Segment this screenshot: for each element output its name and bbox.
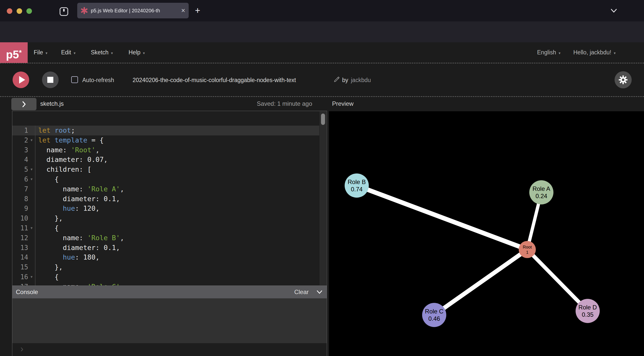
chevron-down-icon: ▾ xyxy=(74,51,76,55)
fold-spacer xyxy=(28,253,35,262)
node-root[interactable]: Root1 xyxy=(519,241,536,258)
code-text: diameter: 0.1, xyxy=(35,243,319,253)
stop-button[interactable] xyxy=(42,72,59,88)
node-role-a[interactable]: Role A0.24 xyxy=(529,180,553,204)
by-label: by xyxy=(342,77,348,84)
line-number: 16 xyxy=(12,272,28,282)
editor-scrollbar-thumb[interactable] xyxy=(321,114,325,125)
settings-button[interactable] xyxy=(615,71,632,88)
sidebar-collapse-button[interactable] xyxy=(11,98,36,110)
language-selector[interactable]: English▾ xyxy=(537,49,560,56)
saved-status: Saved: 1 minute ago xyxy=(211,100,312,107)
svg-text:Role D: Role D xyxy=(578,304,597,311)
code-line-11[interactable]: 11▼ { xyxy=(12,223,319,233)
play-icon xyxy=(19,76,25,84)
firefox-view-icon[interactable] xyxy=(60,7,68,16)
menu-file[interactable]: File▾ xyxy=(34,49,48,56)
menu-help[interactable]: Help▾ xyxy=(129,49,145,56)
browser-titlebar: p5.js Web Editor | 20240206-th × + xyxy=(0,0,644,21)
fold-arrow-icon[interactable]: ▼ xyxy=(28,135,35,145)
fold-arrow-icon[interactable]: ▼ xyxy=(28,223,35,233)
line-number: 2 xyxy=(12,135,28,145)
code-line-17[interactable]: 17 name: 'Role C', xyxy=(12,282,319,286)
code-text: }, xyxy=(35,262,319,272)
fold-arrow-icon[interactable]: ▼ xyxy=(28,174,35,184)
fold-spacer xyxy=(28,194,35,204)
code-line-13[interactable]: 13 diameter: 0.1, xyxy=(12,243,319,253)
code-text: let root; xyxy=(35,126,319,135)
code-line-2[interactable]: 2▼let template = { xyxy=(12,135,319,145)
account-menu[interactable]: Hello, jackbdu!▾ xyxy=(573,49,616,56)
code-line-6[interactable]: 6▼ { xyxy=(12,174,319,184)
code-text: { xyxy=(35,272,319,282)
menu-sketch[interactable]: Sketch▾ xyxy=(91,49,113,56)
code-line-9[interactable]: 9 hue: 120, xyxy=(12,204,319,213)
p5-logo[interactable]: p5* xyxy=(0,42,28,63)
tab-list-chevron-icon[interactable] xyxy=(610,8,618,14)
p5-favicon-icon xyxy=(81,7,88,14)
new-tab-button[interactable]: + xyxy=(195,7,200,15)
node-role-b[interactable]: Role B0.74 xyxy=(345,173,369,198)
svg-text:0.24: 0.24 xyxy=(536,193,547,199)
svg-text:0.35: 0.35 xyxy=(582,311,594,318)
console-clear-button[interactable]: Clear xyxy=(294,289,309,296)
tab-close-icon[interactable]: × xyxy=(181,7,185,14)
author-link[interactable]: jackbdu xyxy=(351,77,371,84)
console-panel: Console Clear › xyxy=(12,286,327,356)
console-input-row[interactable]: › xyxy=(12,343,327,356)
line-number: 5 xyxy=(12,165,28,174)
code-line-4[interactable]: 4 diameter: 0.07, xyxy=(12,155,319,165)
chevron-down-icon: ▾ xyxy=(111,51,113,55)
console-collapse-chevron-icon[interactable] xyxy=(316,289,323,295)
line-number: 15 xyxy=(12,262,28,272)
code-lines: 1let root;2▼let template = {3 name: 'Roo… xyxy=(12,111,319,286)
code-line-10[interactable]: 10 }, xyxy=(12,213,319,223)
edit-pencil-icon[interactable] xyxy=(333,76,340,83)
traffic-close-button[interactable] xyxy=(7,8,12,14)
line-number: 12 xyxy=(12,233,28,243)
svg-text:Root: Root xyxy=(523,245,532,250)
code-text: }, xyxy=(35,213,319,223)
line-number: 11 xyxy=(12,223,28,233)
auto-refresh-checkbox[interactable] xyxy=(71,76,78,83)
fold-spacer xyxy=(28,204,35,213)
code-text: name: 'Role C', xyxy=(35,282,319,286)
line-number: 7 xyxy=(12,184,28,194)
edge-line xyxy=(527,250,588,311)
traffic-minimize-button[interactable] xyxy=(17,8,22,14)
fold-arrow-icon[interactable]: ▼ xyxy=(28,165,35,174)
fold-spacer xyxy=(28,282,35,286)
fold-arrow-icon[interactable]: ▼ xyxy=(28,272,35,282)
file-tab-sketchjs[interactable]: sketch.js xyxy=(40,100,64,107)
node-role-c[interactable]: Role C0.46 xyxy=(422,303,446,327)
code-line-5[interactable]: 5▼ children: [ xyxy=(12,165,319,174)
code-line-7[interactable]: 7 name: 'Role A', xyxy=(12,184,319,194)
stop-icon xyxy=(47,77,53,83)
menu-edit[interactable]: Edit▾ xyxy=(61,49,75,56)
code-line-3[interactable]: 3 name: 'Root', xyxy=(12,145,319,155)
line-number: 14 xyxy=(12,253,28,262)
code-editor[interactable]: 1let root;2▼let template = {3 name: 'Roo… xyxy=(12,111,327,286)
code-line-12[interactable]: 12 name: 'Role B', xyxy=(12,233,319,243)
browser-tab[interactable]: p5.js Web Editor | 20240206-th × xyxy=(77,3,189,18)
line-number: 1 xyxy=(12,126,28,135)
chevron-down-icon: ▾ xyxy=(558,51,560,55)
code-line-14[interactable]: 14 hue: 180, xyxy=(12,253,319,262)
browser-navbar: https://editor.p5js.org/jackbdu/sketches… xyxy=(0,21,644,42)
code-line-16[interactable]: 16▼ { xyxy=(12,272,319,282)
line-number: 17 xyxy=(12,282,28,286)
svg-text:Role B: Role B xyxy=(348,179,366,185)
editor-scrollbar-track[interactable] xyxy=(319,111,327,285)
code-line-8[interactable]: 8 diameter: 0.1, xyxy=(12,194,319,204)
code-line-1[interactable]: 1let root; xyxy=(12,126,319,135)
play-button[interactable] xyxy=(13,72,29,88)
node-role-d[interactable]: Role D0.35 xyxy=(576,299,600,323)
fold-spacer xyxy=(28,213,35,223)
preview-canvas[interactable]: Role B0.74Role A0.24Root1Role C0.46Role … xyxy=(329,111,644,356)
code-text: diameter: 0.1, xyxy=(35,194,319,204)
code-line-15[interactable]: 15 }, xyxy=(12,262,319,272)
fold-spacer xyxy=(28,243,35,253)
preview-panel: Role B0.74Role A0.24Root1Role C0.46Role … xyxy=(329,111,644,356)
console-title: Console xyxy=(16,289,38,296)
traffic-zoom-button[interactable] xyxy=(26,8,32,14)
